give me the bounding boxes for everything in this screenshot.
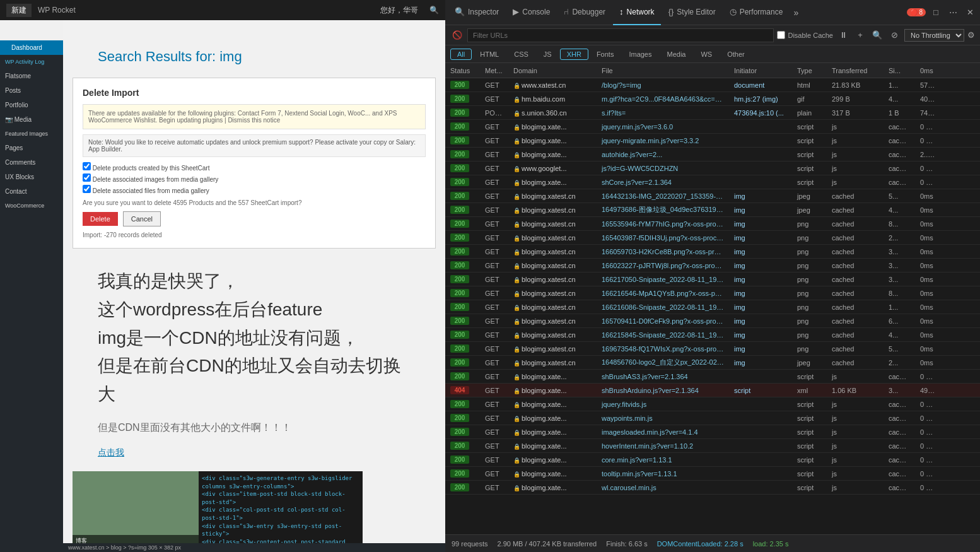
table-row[interactable]: 200 GET 🔒blogimg.xate... wl.carousel.min… [445,481,980,495]
table-row[interactable]: 200 GET 🔒hm.baidu.com m.gif?hca=2C9...0F… [445,92,980,106]
filter-tab-ws[interactable]: WS [694,49,719,60]
th-size[interactable]: Si... [884,67,915,74]
close-devtools-button[interactable]: ✕ [963,6,977,20]
table-row[interactable]: 200 GET 🔒www.googlet... js?id=G-WWC5CDZH… [445,161,980,175]
checkbox-delete-images[interactable]: Delete associated images from media gall… [83,173,426,183]
table-row[interactable]: 200 GET 🔒www.xatest.cn /blog/?s=img docu… [445,78,980,92]
thumbnail-1[interactable]: 博客 [73,471,199,547]
cell-size: cached [884,442,915,450]
add-filter-button[interactable]: + [853,28,867,42]
table-row[interactable]: 200 GET 🔒blogimg.xate... jquery.fitvids.… [445,397,980,411]
table-row[interactable]: 200 GET 🔒blogimg.xatest.cn 166059703-H2K… [445,245,980,259]
cell-time: 0 B 0ms [915,123,940,131]
new-button[interactable]: 新建 [6,4,32,17]
table-row[interactable]: 200 GET 🔒blogimg.xate... imagesloaded.mi… [445,425,980,439]
tab-network[interactable]: ↕ Network [613,0,661,25]
filter-tab-js[interactable]: JS [537,49,559,60]
sidebar-item-comments[interactable]: Comments [0,155,63,170]
table-row[interactable]: 200 GET 🔒blogimg.xatest.cn 165709411-D0f… [445,314,980,328]
cell-status: 200 [445,150,480,158]
cell-initiator: document [729,81,792,89]
table-row[interactable]: 200 GET 🔒blogimg.xatest.cn 164973686-图像垃… [445,203,980,217]
filter-tab-images[interactable]: Images [622,49,658,60]
filter-tab-media[interactable]: Media [660,49,692,60]
performance-icon: ◷ [730,7,737,16]
filter-tab-all[interactable]: All [450,49,472,60]
cell-time: 0ms [915,290,940,297]
table-row[interactable]: 200 GET 🔒blogimg.xatest.cn 166216086-Sni… [445,300,980,314]
tab-style-editor-label: Style Editor [677,8,715,16]
sidebar-item-contact[interactable]: Contact [0,184,63,199]
search-icon[interactable]: 🔍 [429,6,439,15]
table-row[interactable]: 200 GET 🔒blogimg.xate... hoverIntent.min… [445,439,980,453]
table-row[interactable]: 200 GET 🔒blogimg.xatest.cn 166215845-Sni… [445,328,980,342]
sidebar-item-dashboard[interactable]: Dashboard [0,40,63,55]
dock-button[interactable]: □ [929,6,943,20]
sidebar-item-ux-blocks[interactable]: UX Blocks [0,170,63,184]
tab-performance[interactable]: ◷ Performance [723,0,790,25]
more-options-button[interactable]: ⋯ [946,6,960,20]
filter-tab-html[interactable]: HTML [473,49,506,60]
cancel-button[interactable]: Cancel [123,211,161,226]
sidebar-item-flatsome[interactable]: Flatsome [0,69,63,83]
sidebar-item-woocommerce[interactable]: WooCommerce [0,199,63,213]
checkbox-delete-products[interactable]: Delete products created by this SheetCar… [83,162,426,172]
table-row[interactable]: 200 GET 🔒blogimg.xatest.cn 164432136-IMG… [445,189,980,203]
table-row[interactable]: 200 GET 🔒blogimg.xatest.cn 166217050-Sni… [445,273,980,286]
clear-button[interactable]: 🚫 [450,28,464,42]
table-row[interactable]: 200 GET 🔒blogimg.xatest.cn 165535946-fYM… [445,217,980,231]
tab-style-editor[interactable]: {} Style Editor [662,0,722,25]
tab-debugger[interactable]: ⑁ Debugger [557,0,612,25]
more-tabs-button[interactable]: » [790,8,802,18]
click-me-button[interactable]: 点击我 [98,447,124,459]
th-transferred[interactable]: Transferred [827,67,884,74]
table-row[interactable]: 200 GET 🔒blogimg.xatest.cn 165403987-f5D… [445,231,980,245]
th-file[interactable]: File [597,67,729,74]
table-row[interactable]: 200 GET 🔒blogimg.xate... autohide.js?ver… [445,148,980,161]
th-time[interactable]: 0ms [915,67,940,74]
table-row[interactable]: 200 GET 🔒blogimg.xate... jquery.min.js?v… [445,120,980,134]
cell-method: GET [480,331,508,339]
table-row[interactable]: 200 GET 🔒blogimg.xatest.cn 164856760-log… [445,356,980,370]
table-row[interactable]: 200 GET 🔒blogimg.xate... jquery-migrate.… [445,134,980,148]
th-type[interactable]: Type [792,67,827,74]
network-settings-button[interactable]: ⚙ [967,30,975,40]
delete-button[interactable]: Delete [83,212,118,226]
table-row[interactable]: 200 GET 🔒blogimg.xate... waypoints.min.j… [445,411,980,425]
sidebar-item-featured-images[interactable]: Featured Images [0,127,63,141]
table-row[interactable]: 200 GET 🔒blogimg.xatest.cn 166216546-MpA… [445,286,980,300]
search-network-button[interactable]: 🔍 [870,28,884,42]
table-row[interactable]: 200 GET 🔒blogimg.xate... shBrushAS3.js?v… [445,370,980,384]
filter-input[interactable] [467,28,774,42]
th-status[interactable]: Status [445,67,480,74]
filter-tab-xhr[interactable]: XHR [560,49,588,60]
pause-button[interactable]: ⏸ [836,28,850,42]
table-row[interactable]: 200 GET 🔒blogimg.xate... tooltip.min.js?… [445,467,980,481]
table-row[interactable]: 200 POST 🔒s.union.360.cn s.if?Its= 47369… [445,106,980,120]
cell-method: GET [480,484,508,491]
table-row[interactable]: 200 GET 🔒blogimg.xatest.cn 169673548-fQ1… [445,342,980,356]
filter-tab-fonts[interactable]: Fonts [590,49,621,60]
table-row[interactable]: 404 GET 🔒blogimg.xate... shBrushArduino.… [445,384,980,397]
table-row[interactable]: 200 GET 🔒blogimg.xate... shCore.js?ver=2… [445,175,980,189]
th-domain[interactable]: Domain [508,67,597,74]
sidebar-item-portfolio[interactable]: Portfolio [0,98,63,112]
disable-cache-checkbox[interactable] [777,31,785,39]
filter-tab-css[interactable]: CSS [507,49,535,60]
block-url-button[interactable]: ⊘ [887,28,901,42]
th-initiator[interactable]: Initiator [729,67,792,74]
table-row[interactable]: 200 GET 🔒blogimg.xatest.cn 166023227-pJR… [445,259,980,273]
cell-transferred: 317 B [827,109,884,117]
throttle-select[interactable]: No Throttling [904,29,964,42]
filter-tab-other[interactable]: Other [720,49,752,60]
th-method[interactable]: Met... [480,67,508,74]
tab-inspector[interactable]: 🔍 Inspector [448,0,505,25]
table-row[interactable]: 200 GET 🔒blogimg.xate... core.min.js?ver… [445,453,980,467]
sidebar-item-media[interactable]: 📷 Media [0,112,63,127]
sidebar-item-activity-log[interactable]: WP Activity Log [0,55,63,69]
thumbnail-2[interactable]: <div class="s3w-generate-entry s3w-bigsl… [199,471,363,547]
checkbox-delete-files[interactable]: Delete associated files from media galle… [83,185,426,194]
tab-console[interactable]: ▶ Console [506,0,556,25]
sidebar-item-posts[interactable]: Posts [0,83,63,98]
sidebar-item-pages[interactable]: Pages [0,141,63,155]
